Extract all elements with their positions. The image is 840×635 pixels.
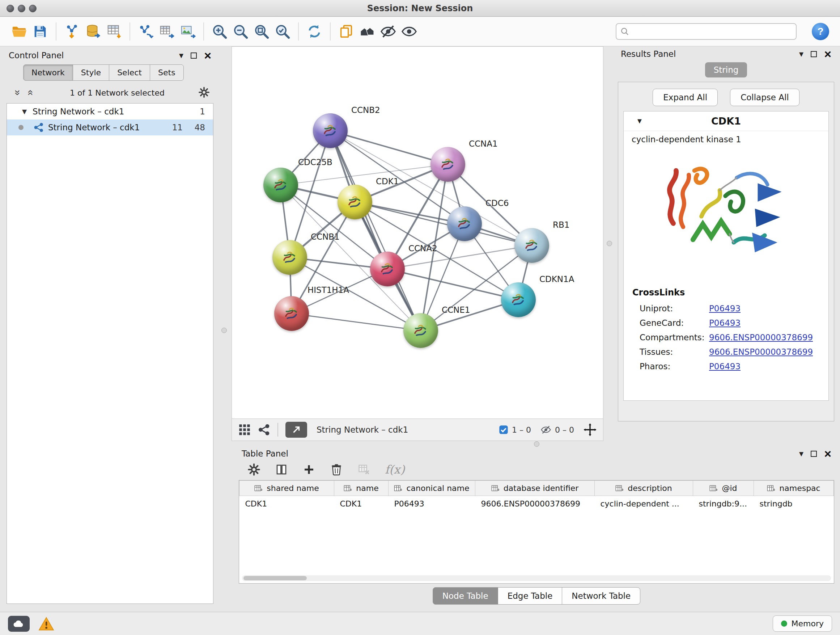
expand-all-button[interactable]: Expand All xyxy=(653,89,718,106)
column-header-namespace[interactable]: namespac xyxy=(754,481,834,496)
scrollbar-thumb[interactable] xyxy=(243,576,307,580)
import-network-file-button[interactable] xyxy=(62,21,82,42)
network-node[interactable]: CCNA1 xyxy=(431,147,465,182)
help-button[interactable]: ? xyxy=(812,23,829,40)
table-settings-button[interactable] xyxy=(248,463,261,476)
splitter-grip[interactable] xyxy=(221,328,227,333)
collapse-all-button[interactable]: Collapse All xyxy=(730,89,799,106)
delete-table-button[interactable] xyxy=(357,463,370,476)
add-column-button[interactable] xyxy=(302,463,316,476)
apply-layout-button[interactable] xyxy=(304,21,325,42)
genecard-link[interactable]: P06493 xyxy=(709,318,741,328)
table-tabs: Node Table Edge Table Network Table xyxy=(236,587,837,605)
network-node[interactable]: CCNB1 xyxy=(272,240,307,275)
panel-collapse-button[interactable]: ▾ xyxy=(179,50,183,60)
network-options-button[interactable] xyxy=(198,87,210,99)
panel-float-button[interactable] xyxy=(811,451,817,457)
network-node[interactable]: CDK1 xyxy=(338,185,372,219)
tab-network-table[interactable]: Network Table xyxy=(562,587,640,605)
zoom-out-button[interactable] xyxy=(230,21,251,42)
horizontal-scrollbar[interactable] xyxy=(242,575,831,581)
pharos-link[interactable]: P06493 xyxy=(709,362,741,371)
zoom-window-button[interactable] xyxy=(29,5,36,12)
footer-separator xyxy=(278,423,278,437)
delete-column-button[interactable] xyxy=(330,463,343,476)
hide-graphics-details-button[interactable] xyxy=(378,21,399,42)
panel-float-button[interactable] xyxy=(811,51,817,57)
tab-network[interactable]: Network xyxy=(23,65,73,81)
new-network-from-selection-button[interactable] xyxy=(135,21,156,42)
open-session-button[interactable] xyxy=(9,21,30,42)
export-table-button[interactable] xyxy=(156,21,177,42)
cloud-sync-button[interactable] xyxy=(8,616,30,632)
panel-close-button[interactable]: × xyxy=(824,448,831,460)
open-in-window-button[interactable] xyxy=(286,422,307,438)
export-image-button[interactable] xyxy=(177,21,198,42)
node-sphere xyxy=(338,185,372,219)
table-row[interactable]: CDK1 CDK1 P06493 9606.ENSP00000378699 cy… xyxy=(240,496,834,512)
nested-networks-button[interactable] xyxy=(357,21,378,42)
network-node[interactable]: CDC25B xyxy=(264,168,298,203)
column-header-name[interactable]: name xyxy=(334,481,388,496)
tab-edge-table[interactable]: Edge Table xyxy=(498,587,562,605)
function-builder-button[interactable]: f(x) xyxy=(385,463,405,477)
crosslink-label: Uniprot: xyxy=(639,304,709,313)
grid-view-button[interactable] xyxy=(238,424,251,436)
protein-section-collapse-toggle[interactable]: ▼ xyxy=(636,117,643,125)
show-graphics-details-button[interactable] xyxy=(399,21,420,42)
zoom-in-button[interactable] xyxy=(209,21,230,42)
minimize-window-button[interactable] xyxy=(18,5,25,12)
tab-node-table[interactable]: Node Table xyxy=(433,587,498,605)
splitter-grip[interactable] xyxy=(607,241,612,246)
collapse-all-networks-button[interactable]: » xyxy=(23,87,36,98)
tab-select[interactable]: Select xyxy=(109,65,150,81)
column-header-shared-name[interactable]: shared name xyxy=(240,481,334,496)
network-canvas[interactable]: CCNB2 CCNA1 CDC25B CDK1 CDC6 RB1 CCNB1 xyxy=(232,47,603,418)
column-header-canonical-name[interactable]: canonical name xyxy=(388,481,475,496)
tab-sets[interactable]: Sets xyxy=(150,65,184,81)
column-header-id[interactable]: @id xyxy=(693,481,754,496)
tab-style[interactable]: Style xyxy=(73,65,109,81)
zoom-fit-icon xyxy=(253,23,270,40)
network-collection-row[interactable]: ▼ String Network – cdk1 1 xyxy=(7,103,213,119)
import-network-database-button[interactable] xyxy=(82,21,103,42)
network-node[interactable]: HIST1H1A xyxy=(274,296,309,331)
network-node[interactable]: CCNB2 xyxy=(313,113,347,148)
panel-close-button[interactable]: × xyxy=(204,49,211,62)
copy-view-button[interactable] xyxy=(336,21,357,42)
network-node[interactable]: CDC6 xyxy=(447,206,482,241)
compartments-link[interactable]: 9606.ENSP00000378699 xyxy=(709,333,813,342)
crosslink-label: GeneCard: xyxy=(639,318,709,328)
network-row[interactable]: String Network – cdk1 11 48 xyxy=(7,119,213,135)
zoom-fit-button[interactable] xyxy=(251,21,272,42)
warnings-button[interactable] xyxy=(38,616,54,631)
network-node[interactable]: RB1 xyxy=(515,228,549,263)
network-node[interactable]: CCNA2 xyxy=(370,252,405,287)
panel-close-button[interactable]: × xyxy=(824,48,831,60)
edge-count: 48 xyxy=(183,123,205,132)
uniprot-link[interactable]: P06493 xyxy=(709,304,741,313)
zoom-selected-button[interactable] xyxy=(272,21,293,42)
protein-structure-icon xyxy=(320,120,341,141)
panel-collapse-button[interactable]: ▾ xyxy=(799,448,804,459)
move-tool-button[interactable] xyxy=(584,423,597,436)
column-header-description[interactable]: description xyxy=(595,481,693,496)
panel-collapse-button[interactable]: ▾ xyxy=(799,49,804,59)
import-table-file-button[interactable] xyxy=(103,21,125,42)
column-header-database-identifier[interactable]: database identifier xyxy=(475,481,595,496)
panel-float-button[interactable] xyxy=(191,52,197,59)
network-node[interactable]: CCNE1 xyxy=(403,313,438,348)
network-overview-button[interactable] xyxy=(258,424,270,436)
results-tab-string[interactable]: String xyxy=(705,62,747,78)
expand-all-networks-button[interactable]: « xyxy=(10,87,23,98)
memory-button[interactable]: Memory xyxy=(773,616,832,632)
save-session-button[interactable] xyxy=(30,21,51,42)
close-window-button[interactable] xyxy=(6,5,14,12)
tissues-link[interactable]: 9606.ENSP00000378699 xyxy=(709,347,813,356)
protein-structure-icon xyxy=(344,192,365,212)
network-node[interactable]: CDKN1A xyxy=(501,282,536,317)
show-columns-button[interactable] xyxy=(275,463,288,476)
search-input[interactable] xyxy=(632,27,792,36)
collection-expand-toggle[interactable]: ▼ xyxy=(22,108,27,115)
splitter-grip[interactable] xyxy=(534,441,539,447)
